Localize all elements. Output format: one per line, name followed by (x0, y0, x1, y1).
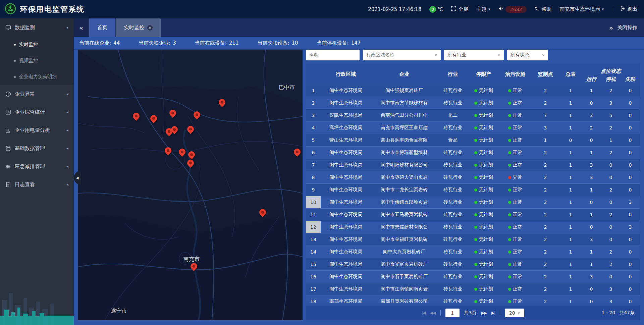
row-industry-cell: 砖瓦行业 (437, 233, 468, 246)
row-industry-cell: 砖瓦行业 (437, 85, 468, 97)
sidebar-group-company-statistics[interactable]: 企业综合统计 ◂ (0, 103, 74, 121)
table-row[interactable]: 7阆中生态环境局阆中明阳建材有限公司砖瓦行业无计划正常21300 (306, 159, 640, 171)
bullet-dot-icon (14, 44, 16, 46)
table-row[interactable]: 5营山生态环境局营山县润丰肉食品有限食品无计划正常10010 (306, 134, 640, 147)
table-row[interactable]: 4高坪生态环境局南充市高坪区王家店建砖瓦行业无计划正常31220 (306, 122, 640, 134)
row-offline-cell: 0 (621, 122, 640, 134)
row-limit-status-cell: 无计划 (468, 246, 499, 258)
row-limit-status-cell: 无计划 (468, 283, 499, 295)
org-dropdown[interactable]: 南充市生态环境局 ▾ (559, 6, 604, 12)
table-row[interactable]: 17阆中生态环境局阆中市江南镇阆南页岩砖瓦行业无计划正常21030 (306, 283, 640, 295)
sidebar-item-power-load-detail[interactable]: 企业电力负荷明细 (0, 69, 74, 85)
sidebar-group-power-analysis[interactable]: 企业用电量分析 ◂ (0, 121, 74, 139)
next-page-button[interactable]: ▶▶ (481, 311, 486, 315)
status-dot-icon (474, 126, 477, 129)
status-dot-icon (508, 176, 511, 179)
sidebar-group-base-data[interactable]: 基础数据管理 ◂ (0, 139, 74, 157)
row-running-cell: 3 (582, 109, 601, 121)
table-row[interactable]: 1阆中生态环境局阆中强锐页岩砖厂砖瓦行业无计划正常21120 (306, 85, 640, 97)
stat-online-companies: 当前在线企业:44 (79, 40, 120, 46)
theme-dropdown[interactable]: 主题 ▾ (476, 6, 490, 12)
row-total-meters-cell: 1 (559, 271, 582, 283)
page-size-select[interactable]: 20 ∨ (505, 309, 524, 317)
status-dot-icon (508, 139, 511, 142)
help-button[interactable]: 帮助 (535, 6, 551, 12)
row-total-meters-cell: 1 (559, 246, 582, 258)
sidebar-group-company-abnormal[interactable]: 企业异常 ◂ (0, 85, 74, 103)
row-facility-status-cell: 正常 (499, 109, 531, 121)
row-index-cell: 10 (306, 196, 321, 208)
table-row[interactable]: 3仪陇生态环境局西南油气田分公司川中化工无计划正常71350 (306, 109, 640, 122)
table-row[interactable]: 18南部生态环境局南部县页岩砖有限公司砖瓦行业无计划正常21030 (306, 295, 640, 303)
region-filter-select[interactable]: 行政区域名称 ∨ (363, 50, 441, 60)
table-row[interactable]: 14阆中生态环境局阆中大兴页岩机砖厂砖瓦行业无计划正常21120 (306, 246, 640, 258)
row-total-meters-cell: 1 (559, 97, 582, 109)
fullscreen-button[interactable]: 全屏 (451, 6, 468, 12)
status-dot-icon (474, 176, 477, 179)
row-limit-status-cell: 无计划 (468, 295, 499, 303)
status-dot-icon (474, 251, 477, 254)
row-region-cell: 南部生态环境局 (321, 295, 371, 303)
row-index-cell: 1 (306, 85, 321, 97)
sidebar-group-data-monitoring[interactable]: 数据监测 ▾ (0, 18, 74, 37)
chevron-down-icon: ∨ (518, 311, 520, 315)
row-running-cell: 0 (582, 134, 601, 146)
table-row[interactable]: 9阆中生态环境局阆中市二龙长宝页岩砖砖瓦行业无计划正常21120 (306, 184, 640, 196)
prev-page-button[interactable]: ◀◀ (430, 311, 435, 315)
tab-realtime-monitoring[interactable]: 实时监控 ✕ (116, 18, 161, 37)
col-monitor-points: 监测点 (531, 64, 559, 85)
sidebar-group-emergency-management[interactable]: 应急减排管理 ◂ (0, 157, 74, 175)
table-row[interactable]: 6阆中生态环境局阆中市金博瑞新型墙材砖瓦行业无计划正常21120 (306, 147, 640, 159)
row-offline-cell: 0 (621, 147, 640, 159)
tab-close-icon[interactable]: ✕ (147, 25, 153, 31)
status-dot-icon (474, 213, 477, 216)
table-row[interactable]: 11阆中生态环境局阆中市五马桥页岩机砖砖瓦行业无计划正常21120 (306, 209, 640, 221)
table-row[interactable]: 13阆中生态环境局阆中市金福旺页岩机砖砖瓦行业无计划正常21300 (306, 233, 640, 246)
row-facility-status-cell: 正常 (499, 196, 531, 208)
table-row[interactable]: 16阆中生态环境局阆中市石子页岩机砖厂砖瓦行业无计划正常21300 (306, 271, 640, 283)
row-stopped-cell: 2 (601, 209, 621, 221)
row-total-meters-cell: 1 (559, 159, 582, 171)
sidebar-item-video-monitoring[interactable]: 视频监控 (0, 53, 74, 69)
sidebar-item-realtime-monitoring[interactable]: 实时监控 (0, 37, 74, 53)
row-total-meters-cell: 1 (559, 85, 582, 97)
map[interactable]: 巴中市南充市遂宁市 (78, 50, 303, 320)
page-number-input[interactable] (445, 309, 460, 317)
last-page-button[interactable]: ▶| (491, 311, 495, 315)
row-region-cell: 阆中生态环境局 (321, 97, 371, 109)
row-index-cell: 4 (306, 122, 321, 134)
row-offline-cell: 3 (621, 196, 640, 208)
row-limit-status-cell: 无计划 (468, 97, 499, 109)
map-city-label: 巴中市 (279, 84, 295, 91)
table-row[interactable]: 10阆中生态环境局阆中千佛镇五郎垭页岩砖瓦行业无计划正常21003 (306, 196, 640, 209)
status-dot-icon (474, 275, 477, 278)
first-page-button[interactable]: |◀ (422, 311, 425, 315)
industry-filter-select[interactable]: 所有行业 ∨ (444, 50, 504, 60)
row-industry-cell: 砖瓦行业 (437, 184, 468, 196)
row-monitor-points-cell: 2 (531, 283, 559, 295)
table-row[interactable]: 8阆中生态环境局阆中市枣碧大梁山页岩砖瓦行业无计划异常21300 (306, 171, 640, 184)
announcement-button[interactable]: 2632 (498, 6, 527, 13)
row-industry-cell: 砖瓦行业 (437, 283, 468, 295)
row-company-cell: 阆中市石子页岩机砖厂 (371, 271, 437, 283)
close-operations-button[interactable]: 关闭操作 (617, 24, 637, 31)
sidebar-group-log-view[interactable]: 日志查看 ◂ (0, 175, 74, 194)
map-collapse-handle[interactable]: ◀ (74, 171, 81, 185)
tab-home[interactable]: 首页 (89, 18, 115, 37)
row-monitor-points-cell: 2 (531, 258, 559, 270)
name-filter-input[interactable] (306, 50, 360, 60)
status-filter-select[interactable]: 所有状态 ∨ (507, 50, 548, 60)
tabs-scroll-right-button[interactable]: » (609, 24, 613, 32)
row-region-cell: 阆中生态环境局 (321, 209, 371, 221)
logout-icon (620, 6, 625, 12)
logout-button[interactable]: 退出 (620, 6, 637, 12)
row-total-meters-cell: 1 (559, 233, 582, 246)
status-dot-icon (508, 102, 511, 105)
table-row[interactable]: 12阆中生态环境局阆中市忠信建材有限公砖瓦行业无计划正常21003 (306, 221, 640, 233)
row-monitor-points-cell: 2 (531, 159, 559, 171)
tabs-scroll-left-button[interactable]: « (74, 18, 89, 37)
table-row[interactable]: 15阆中生态环境局阆中市光富页岩机砖厂砖瓦行业无计划正常21120 (306, 258, 640, 271)
table-row[interactable]: 2阆中生态环境局阆中市南方节能建材有砖瓦行业无计划正常21030 (306, 97, 640, 109)
row-company-cell: 阆中大兴页岩机砖厂 (371, 246, 437, 258)
row-index-cell: 6 (306, 147, 321, 159)
